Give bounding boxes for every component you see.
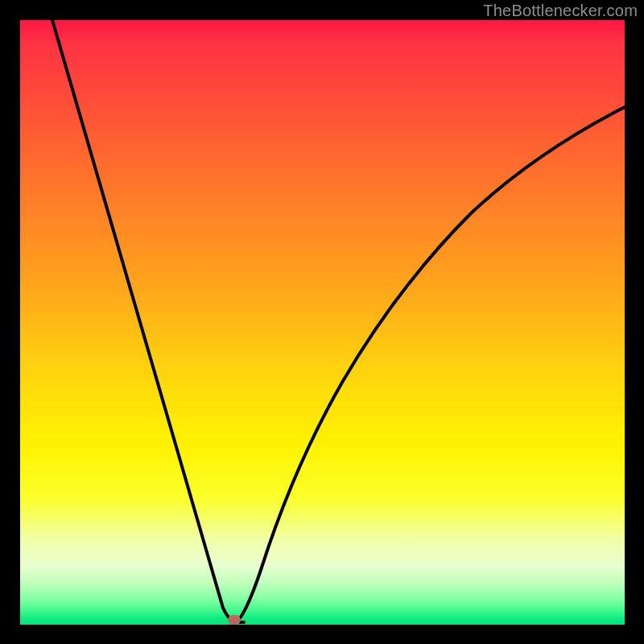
curve-left-segment — [52, 20, 244, 622]
curve-right-segment — [236, 107, 625, 622]
chart-frame — [20, 20, 625, 625]
watermark-label: TheBottlenecker.com — [483, 2, 638, 20]
bottleneck-curve — [20, 20, 625, 625]
minimum-marker — [228, 615, 241, 625]
